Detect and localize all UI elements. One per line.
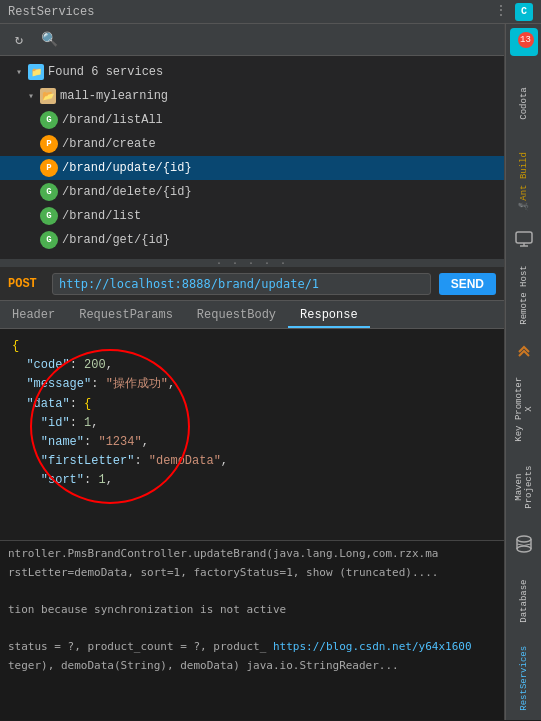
sidebar-tool-antbuild[interactable]: 🐜 Ant Build [508,144,540,220]
chevron-down-icon: ▾ [28,90,34,102]
app-title: RestServices [8,5,493,19]
json-line: "firstLetter": "demoData", [12,452,492,471]
json-line: "code": 200, [12,356,492,375]
url-input[interactable] [52,273,431,295]
sidebar-tool-keypromoter-label[interactable]: Key Promoter X [508,371,540,447]
sidebar-tool-keypromoter[interactable] [508,337,540,367]
tree-folder-mall[interactable]: ▾ 📂 mall-mylearning [0,84,504,108]
method-badge-get: G [40,183,58,201]
bottom-content: ntroller.PmsBrandController.updateBrand(… [0,541,504,720]
list-item[interactable]: G /brand/listAll [0,108,504,132]
list-item[interactable]: P /brand/create [0,132,504,156]
log-line: rstLetter=demoData, sort=1, factoryStatu… [8,564,496,583]
log-line: tion because synchronization is not acti… [8,601,496,620]
svg-point-4 [517,546,531,552]
list-item[interactable]: G /brand/delete/{id} [0,180,504,204]
sidebar-tool-restservices[interactable]: RestServices [508,640,540,716]
sidebar-tool-database[interactable] [508,529,540,559]
list-item[interactable]: G /brand/get/{id} [0,228,504,252]
more-options-icon[interactable]: ⋮ [493,3,509,19]
http-method-label: POST [8,277,44,291]
title-bar-icons: ⋮ C [493,3,533,21]
tabs-bar: Header RequestParams RequestBody Respons… [0,301,504,329]
service-path: /brand/get/{id} [62,233,170,247]
log-line: teger), demoData(String), demoData) java… [8,657,496,676]
main-container: ↻ 🔍 ▾ 📁 Found 6 services ▾ 📂 mall-mylear… [0,24,541,720]
left-panel: ↻ 🔍 ▾ 📁 Found 6 services ▾ 📂 mall-mylear… [0,24,505,720]
refresh-button[interactable]: ↻ [8,29,30,51]
tab-requestbody[interactable]: RequestBody [185,304,288,328]
json-line: { [12,337,492,356]
request-bar: POST SEND [0,267,504,301]
json-line: "id": 1, [12,414,492,433]
ant-icon: 🐜 [519,200,529,211]
bottom-panel: ntroller.PmsBrandController.updateBrand(… [0,540,504,720]
method-badge-get: G [40,111,58,129]
sidebar-tool-database-label[interactable]: Database [508,563,540,639]
tree-root-label: Found 6 services [48,65,163,79]
service-path: /brand/delete/{id} [62,185,192,199]
search-button[interactable]: 🔍 [38,29,60,51]
service-path: /brand/listAll [62,113,163,127]
json-line: "data": { [12,395,492,414]
log-line [8,620,496,639]
right-sidebar: C 13 Codota 🐜 Ant Build Remote Host Key … [505,24,541,720]
folder-icon: 📁 [28,64,44,80]
response-panel[interactable]: { "code": 200, "message": "操作成功", "data"… [0,329,504,540]
list-item-selected[interactable]: P /brand/update/{id} [0,156,504,180]
log-line [8,582,496,601]
svg-point-3 [517,536,531,542]
tab-requestparams[interactable]: RequestParams [67,304,185,328]
chevron-down-icon: ▾ [16,66,22,78]
method-badge-post: P [40,135,58,153]
service-tree: ▾ 📁 Found 6 services ▾ 📂 mall-mylearning… [0,56,504,259]
tree-folder-label: mall-mylearning [60,89,168,103]
method-badge-get: G [40,231,58,249]
list-item[interactable]: G /brand/list [0,204,504,228]
svg-rect-0 [516,232,532,243]
sidebar-tool-codota[interactable]: Codota [508,66,540,142]
json-line: "sort": 1, [12,471,492,490]
json-line: "name": "1234", [12,433,492,452]
codota-sidebar-icon[interactable]: C [515,3,533,21]
panel-top: ↻ 🔍 ▾ 📁 Found 6 services ▾ 📂 mall-mylear… [0,24,504,540]
log-link[interactable]: https://blog.csdn.net/y64x1600 [273,640,472,653]
resize-handle[interactable]: · · · · · [0,259,504,267]
send-button[interactable]: SEND [439,273,496,295]
log-line: status = ?, product_count = ?, product_ … [8,638,496,657]
method-badge-post: P [40,159,58,177]
notification-badge: 13 [518,32,534,48]
folder-icon: 📂 [40,88,56,104]
service-path: /brand/list [62,209,141,223]
sidebar-tool-remotehost-label[interactable]: Remote Host [508,257,540,333]
service-path: /brand/create [62,137,156,151]
tab-header[interactable]: Header [0,304,67,328]
json-line: "message": "操作成功", [12,375,492,394]
sidebar-tool-remotehost[interactable] [508,223,540,253]
tab-response[interactable]: Response [288,304,370,328]
toolbar: ↻ 🔍 [0,24,504,56]
method-badge-get: G [40,207,58,225]
service-path: /brand/update/{id} [62,161,192,175]
sidebar-tool-maven[interactable]: Maven Projects [508,449,540,525]
title-bar: RestServices ⋮ C [0,0,541,24]
log-line: ntroller.PmsBrandController.updateBrand(… [8,545,496,564]
tree-root-item[interactable]: ▾ 📁 Found 6 services [0,60,504,84]
